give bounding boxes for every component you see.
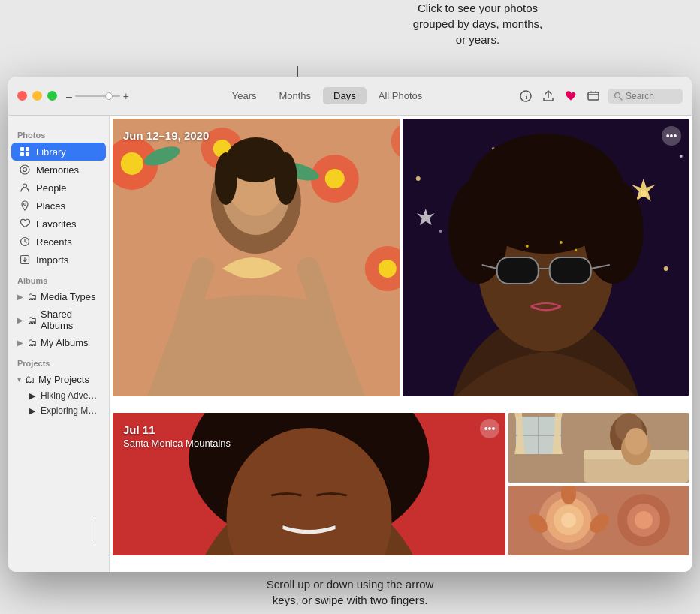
svg-point-9 xyxy=(20,165,29,174)
places-label: Places xyxy=(36,200,65,212)
memories-icon xyxy=(19,164,31,176)
sidebar-item-memories[interactable]: Memories xyxy=(11,161,106,179)
memories-label: Memories xyxy=(36,164,79,176)
my-projects-label: My Projects xyxy=(38,374,89,385)
svg-point-74 xyxy=(561,513,576,528)
photo-row-2: Jul 11 Santa Monica Mountains ••• xyxy=(113,413,689,569)
sidebar-projects-label: Projects xyxy=(8,351,109,371)
svg-rect-48 xyxy=(549,257,590,284)
tooltip-bottom-text: Scroll up or down using the arrow keys, … xyxy=(267,578,434,606)
tooltip-top: Click to see your photos grouped by days… xyxy=(373,0,583,47)
sidebar-item-places[interactable]: Places xyxy=(11,197,106,215)
zoom-minus-icon[interactable]: – xyxy=(66,90,72,102)
sidebar-item-imports[interactable]: Imports xyxy=(11,251,106,269)
close-button[interactable] xyxy=(17,91,27,101)
my-projects-folder-icon: 🗂 xyxy=(25,374,35,385)
sidebar-albums-label: Albums xyxy=(8,269,109,288)
sidebar-group-my-projects[interactable]: ▾ 🗂 My Projects xyxy=(11,371,106,388)
svg-point-52 xyxy=(525,245,528,248)
svg-point-26 xyxy=(379,260,397,278)
tooltip-bottom: Scroll up or down using the arrow keys, … xyxy=(207,576,493,608)
svg-point-33 xyxy=(215,152,237,205)
photo-cell-4[interactable] xyxy=(508,413,689,483)
tab-days[interactable]: Days xyxy=(323,87,367,104)
svg-rect-5 xyxy=(20,147,24,151)
recents-label: Recents xyxy=(36,236,72,248)
media-types-icon: 🗂 xyxy=(27,291,37,302)
recents-icon xyxy=(19,236,31,248)
tab-all-photos[interactable]: All Photos xyxy=(368,87,433,104)
sidebar-item-hiking[interactable]: ▶ Hiking Adve… xyxy=(8,388,109,403)
tab-months[interactable]: Months xyxy=(268,87,321,104)
zoom-plus-icon[interactable]: + xyxy=(123,90,129,102)
share-icon[interactable] xyxy=(540,88,557,104)
photo-3-subtitle: Santa Monica Mountains xyxy=(123,438,231,449)
photo-cell-5[interactable] xyxy=(508,486,689,555)
svg-point-41 xyxy=(663,266,668,271)
sidebar-item-people[interactable]: People xyxy=(11,179,106,197)
people-label: People xyxy=(36,182,66,194)
minimize-button[interactable] xyxy=(32,91,42,101)
sidebar-group-shared-albums[interactable]: ▶ 🗂 Shared Albums xyxy=(11,305,106,334)
sidebar: Photos Library Memories People xyxy=(8,116,110,572)
nav-tabs: Years Months Days All Photos xyxy=(144,87,510,104)
svg-rect-6 xyxy=(26,147,29,151)
svg-point-34 xyxy=(275,152,297,205)
tooltip-line-bottom xyxy=(95,520,95,543)
svg-point-39 xyxy=(679,155,682,158)
traffic-lights xyxy=(17,91,57,101)
photo-2-more-btn[interactable]: ••• xyxy=(662,126,681,146)
media-types-label: Media Types xyxy=(41,291,95,302)
library-icon xyxy=(19,146,31,158)
app-window: – + Years Months Days All Photos i xyxy=(8,77,692,572)
tab-years[interactable]: Years xyxy=(222,87,267,104)
main-content: Photos Library Memories People xyxy=(8,116,692,572)
my-albums-label: My Albums xyxy=(41,337,89,348)
tooltip-top-text: Click to see your photos grouped by days… xyxy=(413,2,543,46)
sidebar-group-media-types[interactable]: ▶ 🗂 Media Types xyxy=(11,288,106,305)
imports-label: Imports xyxy=(36,254,68,266)
svg-point-10 xyxy=(23,168,27,172)
photo-3-label: Jul 11 Santa Monica Mountains xyxy=(123,423,231,449)
svg-point-21 xyxy=(325,169,345,188)
search-label: Search xyxy=(626,91,654,101)
zoom-slider-thumb[interactable] xyxy=(105,92,113,100)
titlebar: – + Years Months Days All Photos i xyxy=(8,77,692,116)
svg-point-17 xyxy=(121,152,143,175)
svg-point-54 xyxy=(575,249,577,251)
shared-albums-label: Shared Albums xyxy=(41,309,100,331)
photo-row-1: Jun 12–19, 2020 xyxy=(113,119,689,410)
svg-text:i: i xyxy=(526,93,528,101)
photo-cell-1[interactable]: Jun 12–19, 2020 xyxy=(113,119,400,396)
sidebar-item-library[interactable]: Library xyxy=(11,143,106,161)
photo-1-label: Jun 12–19, 2020 xyxy=(123,129,209,142)
svg-rect-7 xyxy=(20,152,24,156)
add-to-album-icon[interactable] xyxy=(585,88,602,104)
svg-point-40 xyxy=(439,230,442,233)
sidebar-group-my-albums[interactable]: ▶ 🗂 My Albums xyxy=(11,334,106,351)
svg-line-4 xyxy=(620,98,622,100)
sidebar-item-exploring[interactable]: ▶ Exploring M… xyxy=(8,403,109,418)
sidebar-item-recents[interactable]: Recents xyxy=(11,233,106,251)
svg-rect-2 xyxy=(588,92,599,100)
sidebar-item-favorites[interactable]: Favorites xyxy=(11,215,106,233)
svg-point-3 xyxy=(615,92,620,98)
maximize-button[interactable] xyxy=(47,91,57,101)
imports-icon xyxy=(19,254,31,266)
chevron-right-icon-2: ▶ xyxy=(17,316,23,324)
info-icon[interactable]: i xyxy=(517,88,534,104)
photo-cell-3[interactable]: Jul 11 Santa Monica Mountains ••• xyxy=(113,413,505,555)
chevron-right-icon-3: ▶ xyxy=(17,339,23,347)
favorites-icon xyxy=(19,218,31,230)
zoom-control: – + xyxy=(66,90,129,102)
sidebar-photos-label: Photos xyxy=(8,123,109,143)
photo-cell-2[interactable]: ••• xyxy=(403,119,689,396)
chevron-right-icon: ▶ xyxy=(17,293,23,301)
search-box[interactable]: Search xyxy=(608,89,683,104)
zoom-slider[interactable] xyxy=(75,95,120,97)
photo-area: Jun 12–19, 2020 xyxy=(110,116,692,572)
exploring-label: Exploring M… xyxy=(41,405,97,416)
svg-point-53 xyxy=(559,241,562,244)
photo-3-more-btn[interactable]: ••• xyxy=(480,419,499,438)
heart-icon[interactable] xyxy=(563,88,579,104)
